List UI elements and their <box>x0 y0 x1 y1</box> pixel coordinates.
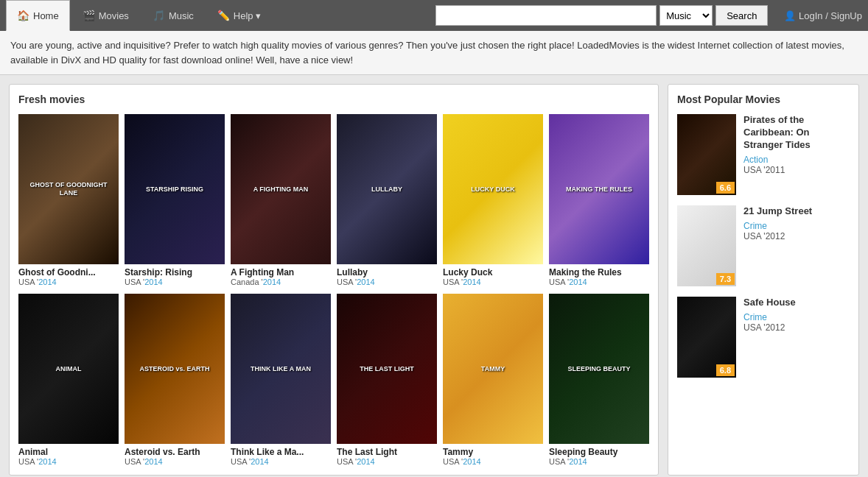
movie-card-fighting[interactable]: A FIGHTING MAN A Fighting Man Canada '20… <box>231 114 331 286</box>
nav-tab-movies[interactable]: 🎬 Movies <box>71 0 140 31</box>
movie-year[interactable]: 2014 <box>38 278 56 286</box>
poster-image: SLEEPING BEAUTY <box>549 294 649 444</box>
movie-poster: GHOST OF GOODNIGHT LANE <box>18 114 119 264</box>
popular-genre[interactable]: Crime <box>743 312 850 322</box>
popular-genre[interactable]: Action <box>743 155 850 165</box>
search-area: Music Movies All Search <box>435 5 768 26</box>
movie-year[interactable]: 2014 <box>38 457 56 466</box>
movie-title: Making the Rules <box>549 267 649 278</box>
main-layout: Fresh movies GHOST OF GOODNIGHT LANE Gho… <box>0 75 868 477</box>
movie-card-tammy[interactable]: TAMMY Tammy USA '2014 <box>443 294 543 466</box>
movie-year[interactable]: 2014 <box>569 278 587 286</box>
movie-meta: USA '2014 <box>337 278 437 286</box>
nav-tab-music[interactable]: 🎵 Music <box>141 0 205 31</box>
poster-image: THINK LIKE A MAN <box>231 294 331 444</box>
popular-item-21jump[interactable]: 7.3 21 Jump Street Crime USA '2012 <box>677 205 850 286</box>
movie-poster: STARSHIP RISING <box>125 114 225 264</box>
popular-thumb-image: 6.8 <box>677 297 736 378</box>
poster-image: MAKING THE RULES <box>549 114 649 264</box>
movie-year[interactable]: 2014 <box>144 278 162 286</box>
movie-country: USA ' <box>18 278 38 286</box>
movie-meta: USA '2014 <box>443 278 543 286</box>
nav-help-label: Help ▾ <box>234 10 261 21</box>
movie-meta: USA '2014 <box>231 457 331 466</box>
popular-movie-title: 21 Jump Street <box>743 205 850 218</box>
poster-image: THE LAST LIGHT <box>337 294 437 444</box>
popular-movie-title: Safe House <box>743 297 850 309</box>
movie-card-asteroid[interactable]: ASTEROID vs. EARTH Asteroid vs. Earth US… <box>125 294 225 466</box>
banner-text: You are young, active and inquisitive? P… <box>10 40 844 66</box>
movie-meta: USA '2014 <box>18 278 119 286</box>
movie-poster: MAKING THE RULES <box>549 114 649 264</box>
movie-card-sleeping[interactable]: SLEEPING BEAUTY Sleeping Beauty USA '201… <box>549 294 649 466</box>
movie-year[interactable]: 2014 <box>263 278 281 286</box>
popular-title: Most Popular Movies <box>677 93 850 105</box>
site-banner: You are young, active and inquisitive? P… <box>0 31 868 75</box>
poster-label: ANIMAL <box>53 362 85 376</box>
poster-label: GHOST OF GOODNIGHT LANE <box>18 178 119 200</box>
movie-country: USA ' <box>231 457 251 466</box>
movie-country: USA ' <box>443 457 463 466</box>
movie-country: USA ' <box>337 457 357 466</box>
navbar: 🏠 Home 🎬 Movies 🎵 Music ✏️ Help ▾ Music … <box>0 0 868 31</box>
movie-country: USA ' <box>337 278 357 286</box>
movie-meta: USA '2014 <box>549 278 649 286</box>
movie-poster: A FIGHTING MAN <box>231 114 331 264</box>
movie-year[interactable]: 2014 <box>357 457 374 466</box>
movie-meta: USA '2014 <box>125 278 225 286</box>
poster-image: GHOST OF GOODNIGHT LANE <box>18 114 119 264</box>
rating-badge: 7.3 <box>716 273 735 285</box>
movie-country: USA ' <box>549 278 569 286</box>
movie-year[interactable]: 2014 <box>569 457 587 466</box>
movie-card-starship[interactable]: STARSHIP RISING Starship: Rising USA '20… <box>125 114 225 286</box>
movie-year[interactable]: 2014 <box>463 457 480 466</box>
nav-movies-label: Movies <box>99 10 129 21</box>
fresh-movies-title: Fresh movies <box>18 93 649 105</box>
movie-meta: USA '2014 <box>443 457 543 466</box>
poster-image: LULLABY <box>337 114 437 264</box>
movies-grid: GHOST OF GOODNIGHT LANE Ghost of Goodni.… <box>18 114 649 466</box>
poster-label: LULLABY <box>368 183 405 197</box>
popular-item-safehouse[interactable]: 6.8 Safe House Crime USA '2012 <box>677 297 850 378</box>
movie-title: Tammy <box>443 447 543 457</box>
popular-info: 21 Jump Street Crime USA '2012 <box>743 205 850 286</box>
poster-label: TAMMY <box>478 362 508 376</box>
movie-meta: USA '2014 <box>549 457 649 466</box>
music-icon: 🎵 <box>153 10 165 21</box>
movie-year[interactable]: 2014 <box>251 457 268 466</box>
nav-tab-help[interactable]: ✏️ Help ▾ <box>206 0 272 31</box>
rating-badge: 6.8 <box>716 364 735 376</box>
movie-country: USA ' <box>18 457 38 466</box>
movie-poster: THE LAST LIGHT <box>337 294 437 444</box>
movie-year[interactable]: 2014 <box>357 278 374 286</box>
popular-country-year: USA '2011 <box>743 165 850 175</box>
popular-info: Safe House Crime USA '2012 <box>743 297 850 378</box>
popular-item-pirates[interactable]: 6.6 Pirates of the Caribbean: On Strange… <box>677 114 850 195</box>
popular-thumb: 6.6 <box>677 114 736 195</box>
movie-title: Starship: Rising <box>125 267 225 278</box>
popular-thumb-image: 6.6 <box>677 114 736 195</box>
search-input[interactable] <box>435 5 657 26</box>
movie-title: Sleeping Beauty <box>549 447 649 457</box>
movie-card-animal[interactable]: ANIMAL Animal USA '2014 <box>18 294 119 466</box>
movie-card-thinklike[interactable]: THINK LIKE A MAN Think Like a Ma... USA … <box>231 294 331 466</box>
movie-card-making[interactable]: MAKING THE RULES Making the Rules USA '2… <box>549 114 649 286</box>
movie-card-ghost[interactable]: GHOST OF GOODNIGHT LANE Ghost of Goodni.… <box>18 114 119 286</box>
rating-badge: 6.6 <box>716 182 735 194</box>
movie-year[interactable]: 2014 <box>144 457 162 466</box>
poster-image: A FIGHTING MAN <box>231 114 331 264</box>
movie-meta: USA '2014 <box>337 457 437 466</box>
search-category-select[interactable]: Music Movies All <box>659 5 713 26</box>
poster-label: STARSHIP RISING <box>143 183 206 197</box>
movie-year[interactable]: 2014 <box>463 278 480 286</box>
login-signup-link[interactable]: 👤 LogIn / SignUp <box>784 10 862 21</box>
popular-genre[interactable]: Crime <box>743 221 850 231</box>
movie-card-lullaby[interactable]: LULLABY Lullaby USA '2014 <box>337 114 437 286</box>
movie-card-lastlight[interactable]: THE LAST LIGHT The Last Light USA '2014 <box>337 294 437 466</box>
movie-card-luckyduck[interactable]: LUCKY DUCK Lucky Duck USA '2014 <box>443 114 543 286</box>
movie-poster: THINK LIKE A MAN <box>231 294 331 444</box>
search-button[interactable]: Search <box>715 5 768 26</box>
nav-tab-home[interactable]: 🏠 Home <box>6 0 70 31</box>
popular-country-year: USA '2012 <box>743 231 850 241</box>
poster-image: ANIMAL <box>18 294 119 444</box>
